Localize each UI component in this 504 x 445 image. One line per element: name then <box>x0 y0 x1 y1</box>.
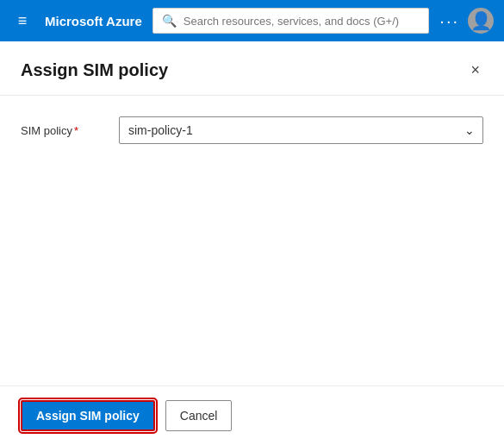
assign-sim-policy-panel: Assign SIM policy × SIM policy* sim-poli… <box>0 41 504 445</box>
search-input[interactable] <box>184 15 420 28</box>
sim-policy-row: SIM policy* sim-policy-1 sim-policy-2 si… <box>21 116 483 144</box>
sim-policy-select-wrapper: sim-policy-1 sim-policy-2 sim-policy-3 ⌄ <box>119 116 483 144</box>
main-content: Assign SIM policy × SIM policy* sim-poli… <box>0 41 504 445</box>
user-avatar-icon: 👤 <box>470 12 492 29</box>
more-options-icon[interactable]: ··· <box>439 11 459 31</box>
search-bar[interactable]: 🔍 <box>152 8 430 34</box>
avatar[interactable]: 👤 <box>468 8 494 34</box>
panel-title: Assign SIM policy <box>21 60 168 80</box>
sim-policy-select[interactable]: sim-policy-1 sim-policy-2 sim-policy-3 <box>119 116 483 144</box>
panel-body: SIM policy* sim-policy-1 sim-policy-2 si… <box>0 96 504 385</box>
assign-sim-policy-button[interactable]: Assign SIM policy <box>21 400 155 431</box>
navbar-actions: ··· 👤 <box>439 8 494 34</box>
sim-policy-label: SIM policy* <box>21 124 98 137</box>
brand-name: Microsoft Azure <box>45 14 142 28</box>
cancel-button[interactable]: Cancel <box>165 400 233 431</box>
panel-header: Assign SIM policy × <box>0 41 504 95</box>
required-indicator: * <box>74 124 78 137</box>
hamburger-menu-icon[interactable]: ≡ <box>10 12 34 30</box>
search-icon: 🔍 <box>162 14 177 28</box>
close-button[interactable]: × <box>467 59 483 81</box>
panel-footer: Assign SIM policy Cancel <box>0 385 504 445</box>
navbar: ≡ Microsoft Azure 🔍 ··· 👤 <box>0 0 504 41</box>
